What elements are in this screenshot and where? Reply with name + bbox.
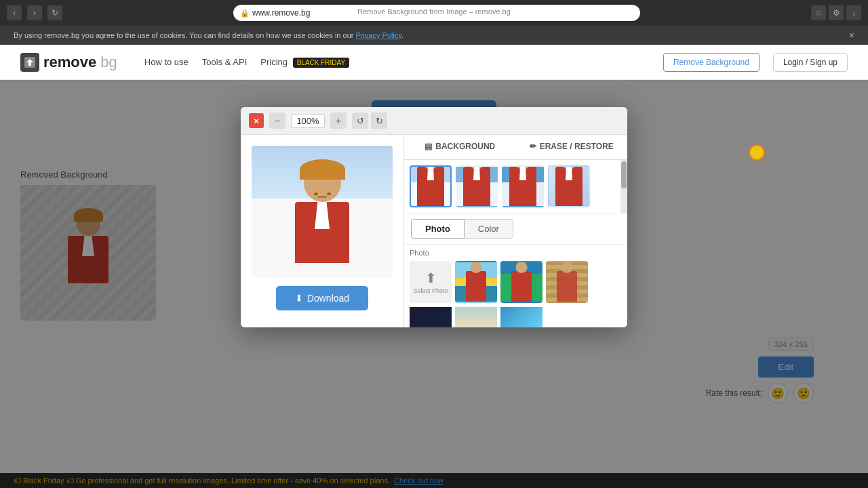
photo-section-label: Photo bbox=[410, 249, 622, 257]
logo-icon bbox=[20, 53, 39, 72]
photo-thumb-forest[interactable] bbox=[500, 261, 542, 303]
toggle-area: Photo Color bbox=[404, 214, 627, 245]
modal-left-panel: ⬇ Download bbox=[241, 135, 404, 327]
url-text: www.remove.bg bbox=[252, 8, 310, 18]
scroll-track[interactable] bbox=[620, 160, 627, 213]
reload-button[interactable]: ↻ bbox=[47, 5, 62, 20]
background-tab-icon: ▤ bbox=[425, 142, 432, 151]
privacy-link[interactable]: Privacy Policy bbox=[356, 31, 402, 39]
extension-btn[interactable]: ⚙ bbox=[829, 5, 844, 20]
select-photo-button[interactable]: ⬆ Select Photo bbox=[410, 261, 452, 303]
thumbnail-item-2[interactable] bbox=[456, 165, 498, 207]
browser-chrome: ‹ › ↻ 🔒 www.remove.bg Remove Background … bbox=[0, 0, 868, 26]
thumbnail-item-3[interactable] bbox=[502, 165, 544, 207]
cookie-close-button[interactable]: × bbox=[849, 30, 854, 41]
toggle-photo-button[interactable]: Photo bbox=[411, 219, 465, 239]
modal-body: ⬇ Download ▤ BACKGROUND ✏ ERASE / RESTOR… bbox=[241, 135, 627, 327]
back-button[interactable]: ‹ bbox=[7, 5, 22, 20]
thumbnails-area bbox=[404, 160, 627, 214]
modal-dialog: × − 100% + ↺ ↻ bbox=[241, 107, 627, 327]
undo-redo-group: ↺ ↻ bbox=[352, 113, 387, 129]
tab-erase-restore[interactable]: ✏ ERASE / RESTORE bbox=[516, 135, 628, 159]
zoom-out-button[interactable]: − bbox=[269, 113, 285, 129]
bookmark-btn[interactable]: ☆ bbox=[811, 5, 826, 20]
thumbnail-item-4[interactable] bbox=[548, 165, 590, 207]
cookie-bar: By using remove.bg you agree to the use … bbox=[0, 26, 868, 45]
remove-background-button[interactable]: Remove Background bbox=[663, 53, 760, 72]
nav-pricing[interactable]: Pricing BLACK FRIDAY bbox=[260, 57, 349, 67]
photo-thumb-beach[interactable] bbox=[455, 261, 497, 303]
logo-text-bg: bg bbox=[100, 54, 117, 71]
select-photo-label: Select Photo bbox=[413, 287, 448, 294]
pricing-badge: BLACK FRIDAY bbox=[293, 58, 350, 68]
navbar: removebg How to use Tools & API Pricing … bbox=[0, 45, 868, 80]
photo-thumb-dark[interactable] bbox=[410, 307, 452, 327]
lock-icon: 🔒 bbox=[240, 9, 250, 18]
tab-background[interactable]: ▤ BACKGROUND bbox=[404, 135, 516, 159]
photo-row-2 bbox=[404, 307, 627, 327]
scroll-thumb[interactable] bbox=[621, 161, 627, 188]
cookie-text: By using remove.bg you agree to the use … bbox=[14, 31, 353, 39]
preview-image bbox=[252, 146, 393, 278]
undo-button[interactable]: ↺ bbox=[352, 113, 368, 129]
browser-actions: ☆ ⚙ ↓ bbox=[811, 5, 861, 20]
modal-tabs: ▤ BACKGROUND ✏ ERASE / RESTORE bbox=[404, 135, 627, 160]
modal-right-panel: ▤ BACKGROUND ✏ ERASE / RESTORE bbox=[404, 135, 627, 327]
modal-close-button[interactable]: × bbox=[249, 113, 264, 128]
login-button[interactable]: Login / Sign up bbox=[773, 53, 848, 72]
photo-thumb-outdoor[interactable] bbox=[455, 307, 497, 327]
zoom-in-button[interactable]: + bbox=[330, 113, 347, 129]
logo[interactable]: removebg bbox=[20, 53, 117, 72]
preview-image-container bbox=[252, 146, 393, 278]
zoom-value: 100% bbox=[291, 114, 325, 128]
erase-tab-icon: ✏ bbox=[530, 142, 536, 151]
thumbnail-item-1[interactable] bbox=[410, 165, 452, 207]
photo-grid: ⬆ Select Photo bbox=[410, 261, 622, 303]
toggle-color-button[interactable]: Color bbox=[464, 219, 513, 239]
nav-tools-api[interactable]: Tools & API bbox=[202, 57, 247, 67]
page-content: ⬆ Upload Image or drop a file, paste an … bbox=[0, 80, 868, 488]
redo-button[interactable]: ↻ bbox=[371, 113, 387, 129]
photo-thumb-stripe[interactable] bbox=[546, 261, 588, 303]
download-button[interactable]: ⬇ Download bbox=[276, 286, 368, 310]
forward-button[interactable]: › bbox=[27, 5, 42, 20]
download-indicator[interactable]: ↓ bbox=[846, 5, 861, 20]
photo-thumb-blue-gradient[interactable] bbox=[500, 307, 542, 327]
nav-how-to-use[interactable]: How to use bbox=[144, 57, 189, 67]
modal-toolbar: × − 100% + ↺ ↻ bbox=[241, 107, 627, 135]
photo-section: Photo ⬆ Select Photo bbox=[404, 245, 627, 307]
browser-title: Remove Background from Image – remove.bg bbox=[357, 7, 511, 16]
download-icon: ⬇ bbox=[295, 293, 303, 304]
select-photo-icon: ⬆ bbox=[425, 270, 437, 286]
logo-text-remove: remove bbox=[43, 54, 96, 71]
